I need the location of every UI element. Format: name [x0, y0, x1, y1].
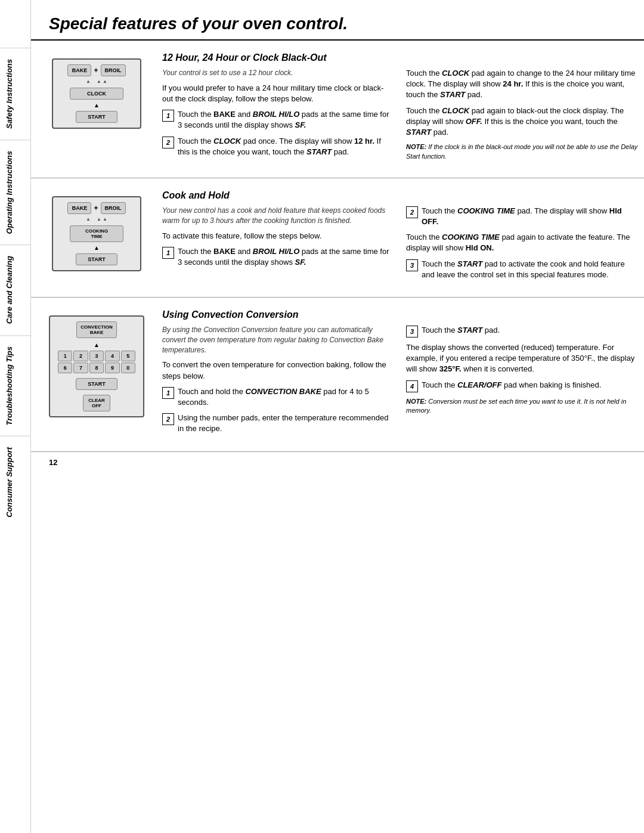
convection-left: By using the Convection Conversion featu… [162, 325, 394, 439]
sidebar-item-safety[interactable]: Safety Instructions [0, 48, 30, 140]
cook-step-2: 2 Touch the COOKING TIME pad. The displa… [406, 206, 638, 227]
cook-step-num-1: 1 [162, 247, 174, 259]
clock-right-para1: Touch the CLOCK pad again to change to t… [406, 68, 638, 101]
cook-step-num-2: 2 [406, 206, 418, 218]
cook-hold-diagram: BAKE + BROIL ▲▲ ▲ COOKINGTIME ▲ START [37, 190, 156, 285]
conv-step-num-4: 4 [406, 380, 418, 392]
sidebar-item-consumer[interactable]: Consumer Support [0, 436, 30, 528]
main-content: Special features of your oven control. B… [31, 0, 644, 833]
num-2[interactable]: 2 [73, 351, 88, 361]
step-2-text: Touch the CLOCK pad once. The display wi… [178, 136, 394, 157]
cook-step-3: 3 Touch the START pad to activate the co… [406, 259, 638, 280]
cook-step-2-text: Touch the COOKING TIME pad. The display … [422, 206, 638, 227]
cook-hold-right-para: Touch the COOKING TIME pad again to acti… [406, 232, 638, 253]
sidebar-item-care[interactable]: Care and Cleaning [0, 244, 30, 335]
conv-step-4-text: Touch the CLEAR/OFF pad when baking is f… [422, 380, 638, 391]
clock-section-title: 12 Hour, 24 Hour or Clock Black-Out [162, 52, 638, 63]
convection-bake-btn[interactable]: CONVECTIONBAKE [76, 321, 116, 338]
conv-right-para: The display shows the converted (reduced… [406, 342, 638, 375]
clock-subtitle: Your control is set to use a 12 hour clo… [162, 68, 394, 78]
convection-diagram: CONVECTIONBAKE ▲ 1 2 3 4 5 6 7 8 9 0 STA… [37, 309, 156, 439]
cooking-time-btn[interactable]: COOKINGTIME [70, 225, 123, 242]
num-4[interactable]: 4 [105, 351, 119, 361]
clock-section-content: 12 Hour, 24 Hour or Clock Black-Out Your… [156, 52, 638, 166]
convection-subtitle: By using the Convection Conversion featu… [162, 325, 394, 355]
start-btn-3[interactable]: START [76, 378, 117, 390]
clock-right-col: Touch the CLOCK pad again to change to t… [406, 68, 638, 166]
sidebar: Safety Instructions Operating Instructio… [0, 0, 31, 833]
cook-hold-right: 2 Touch the COOKING TIME pad. The displa… [406, 206, 638, 285]
step-1-text: Touch the BAKE and BROIL HI/LO pads at t… [178, 109, 394, 131]
clear-off-btn[interactable]: CLEAROFF [83, 395, 110, 411]
clock-step-2: 2 Touch the CLOCK pad once. The display … [162, 136, 394, 157]
clock-btn[interactable]: CLOCK [70, 88, 123, 100]
cook-hold-title: Cook and Hold [162, 190, 638, 201]
num-7[interactable]: 7 [73, 363, 88, 373]
clock-right-para2: Touch the CLOCK pad again to black-out t… [406, 106, 638, 138]
num-0[interactable]: 0 [121, 363, 135, 373]
clock-para1: If you would prefer to have a 24 hour mi… [162, 83, 394, 104]
num-3[interactable]: 3 [89, 351, 104, 361]
conv-step-2: 2 Using the number pads, enter the tempe… [162, 413, 394, 434]
section-clock: BAKE + BROIL ▲▲ ▲ CLOCK ▲ START 12 Hour,… [31, 41, 644, 178]
cook-step-1: 1 Touch the BAKE and BROIL HI/LO pads at… [162, 246, 394, 268]
broil-btn[interactable]: BROIL [101, 64, 126, 76]
start-btn-1[interactable]: START [76, 111, 117, 123]
step-num-1: 1 [162, 110, 174, 122]
plus-icon: + [94, 66, 98, 75]
plus-icon-2: + [94, 204, 98, 212]
convection-content: Using Convection Conversion By using the… [156, 309, 638, 439]
conv-step-3-text: Touch the START pad. [422, 325, 638, 336]
num-6[interactable]: 6 [58, 363, 72, 373]
conv-step-1-text: Touch and hold the CONVECTION BAKE pad f… [178, 386, 394, 408]
convection-right: 3 Touch the START pad. The display shows… [406, 325, 638, 439]
cook-step-3-text: Touch the START pad to activate the cook… [422, 259, 638, 280]
broil-btn-2[interactable]: BROIL [101, 202, 126, 214]
step-num-2: 2 [162, 137, 174, 148]
cook-hold-subtitle: Your new control has a cook and hold fea… [162, 206, 394, 226]
conv-step-1: 1 Touch and hold the CONVECTION BAKE pad… [162, 386, 394, 408]
section-cook-hold: BAKE + BROIL ▲▲ ▲ COOKINGTIME ▲ START Co… [31, 178, 644, 298]
clock-note: NOTE: If the clock is in the black-out m… [406, 143, 638, 161]
num-9[interactable]: 9 [105, 363, 119, 373]
page-title: Special features of your oven control. [31, 0, 644, 41]
clock-step-1: 1 Touch the BAKE and BROIL HI/LO pads at… [162, 109, 394, 131]
cook-hold-content: Cook and Hold Your new control has a coo… [156, 190, 638, 285]
start-btn-2[interactable]: START [76, 253, 117, 265]
conv-step-3: 3 Touch the START pad. [406, 325, 638, 337]
cook-hold-left: Your new control has a cook and hold fea… [162, 206, 394, 285]
clock-diagram: BAKE + BROIL ▲▲ ▲ CLOCK ▲ START [37, 52, 156, 166]
conv-step-num-1: 1 [162, 387, 174, 399]
cook-step-1-text: Touch the BAKE and BROIL HI/LO pads at t… [178, 246, 394, 268]
conv-step-2-text: Using the number pads, enter the tempera… [178, 413, 394, 434]
conv-step-4: 4 Touch the CLEAR/OFF pad when baking is… [406, 380, 638, 392]
sidebar-item-troubleshooting[interactable]: Troubleshooting Tips [0, 335, 30, 436]
sidebar-item-operating[interactable]: Operating Instructions [0, 140, 30, 244]
convection-para1: To convert the oven temperature for conv… [162, 360, 394, 381]
num-8[interactable]: 8 [89, 363, 104, 373]
cook-hold-para1: To activate this feature, follow the ste… [162, 231, 394, 241]
num-5[interactable]: 5 [121, 351, 135, 361]
clock-left-col: Your control is set to use a 12 hour clo… [162, 68, 394, 166]
cook-step-num-3: 3 [406, 259, 418, 271]
conv-step-num-2: 2 [162, 413, 174, 425]
section-convection: CONVECTIONBAKE ▲ 1 2 3 4 5 6 7 8 9 0 STA… [31, 298, 644, 452]
bake-btn[interactable]: BAKE [67, 64, 91, 76]
bake-btn-2[interactable]: BAKE [67, 202, 91, 214]
convection-title: Using Convection Conversion [162, 309, 638, 320]
conv-step-num-3: 3 [406, 326, 418, 337]
page-number: 12 [31, 452, 644, 473]
num-1[interactable]: 1 [58, 351, 72, 361]
conv-note: NOTE: Conversion must be set each time y… [406, 397, 638, 416]
